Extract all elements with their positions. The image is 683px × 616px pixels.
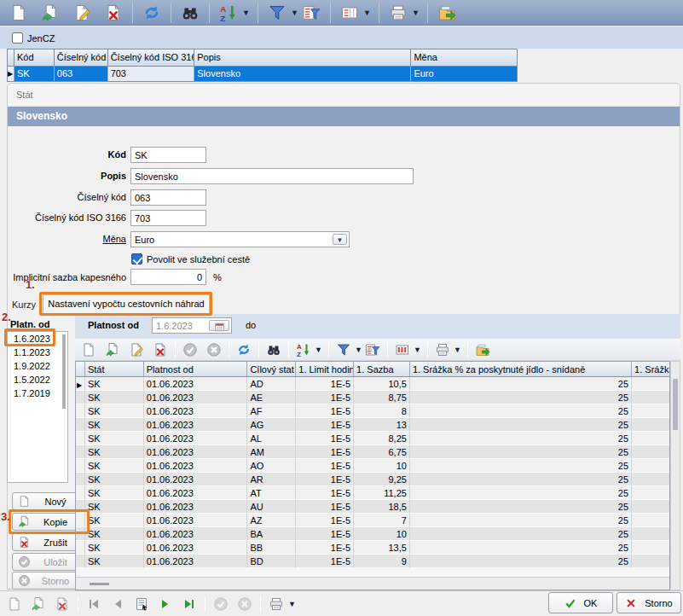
mena-dropdown-button[interactable]: ▼ xyxy=(333,234,347,245)
columns-button[interactable] xyxy=(338,2,362,24)
column-header-ciselny-kod[interactable]: Číselný kód xyxy=(55,49,108,66)
export-button[interactable] xyxy=(473,340,492,359)
refresh-button[interactable] xyxy=(234,340,253,359)
column-header-stat[interactable]: Stát xyxy=(85,362,144,376)
export-button[interactable] xyxy=(435,2,459,24)
first-icon xyxy=(86,596,101,612)
vertical-scrollbar[interactable] xyxy=(670,361,680,590)
platnost-od-field[interactable]: 1.6.2023 xyxy=(152,317,232,334)
table-row[interactable]: SK 01.06.2023 AG 1E-5 13 25 xyxy=(76,418,669,432)
find-button[interactable] xyxy=(178,2,202,24)
column-header-kod[interactable]: Kód xyxy=(14,49,55,66)
new-document-button[interactable] xyxy=(4,594,25,614)
table-row[interactable]: SK 01.06.2023 AL 1E-5 8,25 25 xyxy=(76,432,669,445)
cell-stat: SK xyxy=(85,432,144,445)
version-date-item[interactable]: 1.5.2022 xyxy=(8,373,67,386)
table-row[interactable]: SK 01.06.2023 BD 1E-5 9 25 xyxy=(76,555,669,568)
cell-platnost: 01.06.2023 xyxy=(144,377,248,391)
column-header-sazba[interactable]: 1. Sazba xyxy=(354,362,410,376)
table-row[interactable]: SK 01.06.2023 BB 1E-5 13,5 25 xyxy=(76,541,669,555)
iso-field[interactable]: 703 xyxy=(130,210,206,226)
table-row[interactable]: SK 01.06.2023 AO 1E-5 10 25 xyxy=(76,459,669,473)
column-header-popis[interactable]: Popis xyxy=(194,49,411,66)
sort-dropdown-arrow[interactable]: ▼ xyxy=(241,9,251,17)
edit-document-button[interactable] xyxy=(70,2,94,24)
jencz-checkbox[interactable] xyxy=(12,32,23,44)
calendar-button[interactable] xyxy=(209,320,229,331)
table-row[interactable]: SK 01.06.2023 AF 1E-5 8 25 xyxy=(76,404,669,418)
column-header-srazka-pos[interactable]: 1. Srážka % za pos xyxy=(632,362,669,376)
delete-document-button[interactable] xyxy=(151,340,170,359)
storno-button[interactable]: Storno xyxy=(616,592,681,613)
delete-document-button[interactable] xyxy=(101,2,125,24)
table-row[interactable]: SK 01.06.2023 AE 1E-5 8,75 25 xyxy=(76,391,669,404)
vertical-scrollbar-thumb[interactable] xyxy=(673,379,678,430)
kapesne-field[interactable]: 0 xyxy=(130,269,206,285)
version-date-item[interactable]: 1.7.2019 xyxy=(8,386,67,400)
tab-nastaveni-nahrad[interactable]: Nastavení vypočtu cestovních náhrad xyxy=(43,294,210,314)
columns-dropdown-arrow[interactable]: ▼ xyxy=(362,9,372,17)
versions-scrollbar-thumb[interactable] xyxy=(62,334,66,409)
edit-document-button[interactable] xyxy=(127,340,146,359)
print-button[interactable] xyxy=(386,2,410,24)
sort-az-button[interactable] xyxy=(217,2,240,24)
column-header-limit-hodin[interactable]: 1. Limit hodin xyxy=(296,362,354,376)
columns-dropdown-arrow[interactable]: ▼ xyxy=(413,346,422,354)
new-document-button[interactable] xyxy=(79,340,98,359)
print-dropdown-arrow[interactable]: ▼ xyxy=(411,9,420,17)
filter-button[interactable] xyxy=(334,340,353,359)
table-row[interactable]: SK 01.06.2023 AM 1E-5 6,75 25 xyxy=(76,445,669,459)
columns-button[interactable] xyxy=(393,340,412,359)
delete-document-button[interactable] xyxy=(52,594,72,614)
ciselny-kod-field[interactable]: 063 xyxy=(130,189,206,206)
column-header-srazka-snidane[interactable]: 1. Srážka % za poskytnuté jídlo - snídan… xyxy=(410,362,632,376)
form-view-button[interactable] xyxy=(131,594,152,614)
table-row[interactable]: SK 01.06.2023 BA 1E-5 10 25 xyxy=(76,527,669,541)
copy-document-button[interactable] xyxy=(103,340,122,359)
horizontal-scrollbar[interactable] xyxy=(76,577,669,590)
popis-field[interactable]: Slovensko xyxy=(130,168,414,184)
column-header-platnost-od[interactable]: Platnost od xyxy=(144,362,248,376)
find-button[interactable] xyxy=(264,340,283,359)
version-date-item[interactable]: 1.9.2022 xyxy=(8,359,67,373)
mena-combo[interactable]: Euro ▼ xyxy=(130,231,350,247)
version-date-item[interactable]: 1.1.2023 xyxy=(8,346,67,359)
print-dropdown-arrow[interactable]: ▼ xyxy=(287,600,297,608)
ok-button[interactable]: OK xyxy=(548,592,613,613)
filter-columns-button[interactable] xyxy=(299,2,323,24)
copy-document-button[interactable] xyxy=(38,2,62,24)
print-dropdown-arrow[interactable]: ▼ xyxy=(453,346,462,354)
table-row[interactable]: SK 01.06.2023 AZ 1E-5 7 25 xyxy=(76,514,669,527)
print-button[interactable] xyxy=(433,340,452,359)
next-record-button[interactable] xyxy=(155,594,176,614)
column-header-cilovy-stat[interactable]: Cílový stat xyxy=(247,362,296,376)
refresh-button[interactable] xyxy=(140,2,164,24)
cell-platnost: 01.06.2023 xyxy=(144,527,248,541)
tab-kurzy[interactable]: Kurzy xyxy=(12,299,36,310)
filter-button[interactable] xyxy=(265,2,289,24)
column-header-mena[interactable]: Měna xyxy=(411,49,517,66)
sort-dropdown-arrow[interactable]: ▼ xyxy=(314,346,323,354)
print-button[interactable] xyxy=(266,594,287,614)
versions-column-header[interactable]: Platn. od xyxy=(10,319,49,329)
new-document-button[interactable] xyxy=(7,2,31,24)
version-date-item[interactable]: 1.6.2023 xyxy=(8,332,67,346)
table-row[interactable]: SK 01.06.2023 AU 1E-5 18,5 25 xyxy=(76,500,669,514)
table-row[interactable]: SK 01.06.2023 AT 1E-5 11,25 25 xyxy=(76,486,669,500)
country-row-selected[interactable]: ▶ SK 063 703 Slovensko Euro xyxy=(8,66,517,81)
filter-dropdown-arrow[interactable]: ▼ xyxy=(290,9,299,17)
povolit-checkbox[interactable] xyxy=(131,253,142,264)
filter-dropdown-arrow[interactable]: ▼ xyxy=(354,346,363,354)
sort-az-icon xyxy=(296,342,311,357)
table-row[interactable]: SK 01.06.2023 AR 1E-5 9,25 25 xyxy=(76,473,669,486)
kod-field[interactable]: SK xyxy=(130,147,206,163)
kod-label: Kód xyxy=(7,149,126,162)
table-row[interactable]: SK 01.06.2023 AD 1E-5 10,5 25 xyxy=(76,377,669,391)
mena-label[interactable]: Měna xyxy=(7,234,126,247)
sort-az-button[interactable] xyxy=(294,340,313,359)
filter-columns-button[interactable] xyxy=(363,340,382,359)
last-record-button[interactable] xyxy=(179,594,200,614)
copy-document-button[interactable] xyxy=(28,594,49,614)
column-header-iso[interactable]: Číselný kód ISO 3166 xyxy=(108,49,195,66)
horizontal-scrollbar-thumb[interactable] xyxy=(90,583,109,585)
